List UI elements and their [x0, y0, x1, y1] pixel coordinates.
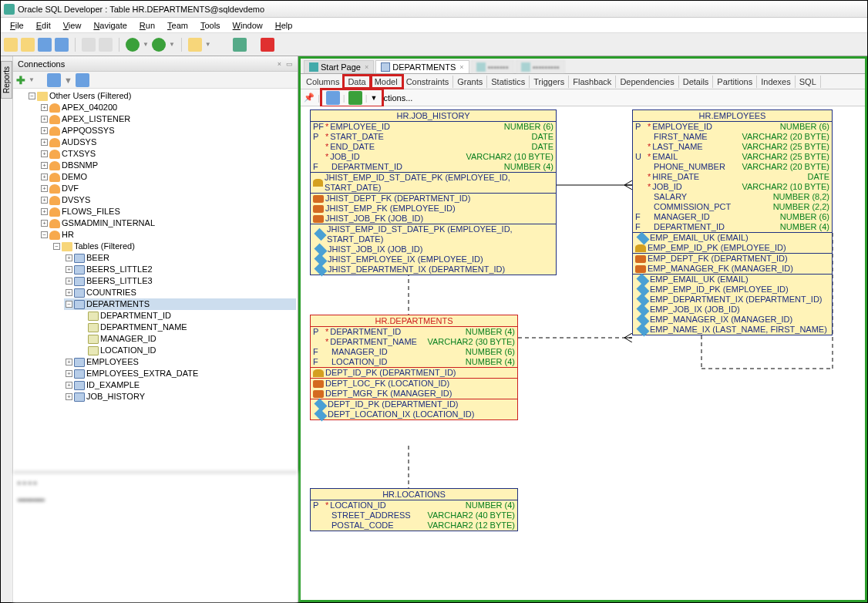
add-connection-icon[interactable]: ✚ [16, 74, 25, 86]
expand-icon[interactable]: + [66, 382, 72, 389]
entity-departments[interactable]: HR.DEPARTMENTSP*DEPARTMENT_IDNUMBER (4)*… [310, 315, 518, 420]
expand-icon[interactable]: + [41, 162, 48, 169]
tree-node[interactable]: FLOWS_FILES [62, 206, 120, 217]
tree-node-departments[interactable]: DEPARTMENTS [86, 298, 150, 310]
collapse-icon[interactable]: − [53, 243, 60, 250]
entity-job-history[interactable]: HR.JOB_HISTORYPF*EMPLOYEE_IDNUMBER (6)P*… [310, 109, 557, 275]
back-dropdown-icon[interactable]: ▼ [143, 41, 149, 48]
expand-icon[interactable]: + [66, 278, 72, 285]
save-all-icon[interactable] [55, 38, 69, 52]
subtab-sql[interactable]: SQL [796, 76, 821, 88]
subtab-dependencies[interactable]: Dependencies [616, 76, 678, 88]
expand-icon[interactable]: + [41, 173, 48, 180]
subtab-statistics[interactable]: Statistics [487, 76, 530, 88]
expand-icon[interactable]: + [41, 220, 48, 227]
redo-icon[interactable] [99, 38, 113, 52]
reports-tab[interactable]: Reports [1, 61, 12, 99]
tree-node[interactable]: AUDSYS [62, 136, 96, 148]
entity-employees[interactable]: HR.EMPLOYEESP*EMPLOYEE_IDNUMBER (6)FIRST… [632, 109, 833, 335]
tree-node[interactable]: MANAGER_ID [100, 333, 156, 345]
menu-navigate[interactable]: Navigate [87, 19, 133, 32]
tab-start-page[interactable]: Start Page× [304, 60, 374, 73]
tree-node[interactable]: DEPARTMENT_NAME [100, 322, 187, 333]
sql-dropdown-icon[interactable]: ▼ [205, 41, 211, 48]
collapse-icon[interactable]: − [29, 93, 35, 99]
tree-node[interactable]: JOB_HISTORY [86, 391, 145, 403]
expand-icon[interactable]: + [66, 359, 72, 366]
tree-node[interactable]: BEERS_LITTLE3 [86, 275, 153, 287]
tree-node[interactable]: EMPLOYEES [86, 356, 139, 368]
tree-node[interactable]: ID_EXAMPLE [86, 379, 140, 391]
tree-node[interactable]: COUNTRIES [86, 287, 136, 298]
expand-icon[interactable]: + [66, 289, 72, 296]
filter-icon[interactable]: ▼ [64, 76, 72, 85]
find-icon[interactable] [233, 38, 247, 52]
tree-node[interactable]: APPQOSSYS [62, 125, 114, 136]
menu-window[interactable]: Window [227, 19, 269, 32]
new-icon[interactable] [4, 38, 18, 52]
subtab-grants[interactable]: Grants [453, 76, 487, 88]
menu-help[interactable]: Help [269, 19, 299, 32]
tree-node[interactable]: LOCATION_ID [100, 345, 156, 356]
subtab-constraints[interactable]: Constraints [402, 76, 454, 88]
close-tab-icon[interactable]: × [365, 63, 368, 71]
menu-team[interactable]: Team [161, 19, 194, 32]
tree-node[interactable]: DEPARTMENT_ID [100, 310, 171, 322]
tree-node[interactable]: DVF [62, 183, 79, 194]
tree-node[interactable]: DVSYS [62, 194, 90, 206]
collapse-icon[interactable]: − [66, 301, 72, 308]
tree-node[interactable]: BEER [86, 252, 109, 264]
sql-icon[interactable] [188, 38, 202, 52]
subtab-triggers[interactable]: Triggers [530, 76, 569, 88]
dropdown-icon[interactable]: ▼ [371, 94, 378, 102]
minimize-icon[interactable]: × [278, 60, 281, 68]
expand-icon[interactable]: + [41, 127, 48, 134]
menu-run[interactable]: Run [133, 19, 161, 32]
pin-icon[interactable]: 📌 [304, 93, 315, 103]
subtab-flashback[interactable]: Flashback [569, 76, 616, 88]
subtab-model[interactable]: Model [371, 76, 402, 88]
tree-node[interactable]: APEX_040200 [62, 102, 117, 113]
subtab-indexes[interactable]: Indexes [757, 76, 796, 88]
expand-icon[interactable]: + [41, 116, 48, 123]
tree-node-hr[interactable]: HR [62, 229, 74, 241]
tree-node[interactable]: Other Users (Filtered) [49, 90, 131, 102]
refresh-model-icon[interactable] [348, 91, 362, 105]
back-icon[interactable] [126, 38, 140, 52]
collapse-icon[interactable]: − [41, 231, 48, 238]
expand-icon[interactable]: + [66, 393, 72, 400]
open-icon[interactable] [21, 38, 35, 52]
expand-icon[interactable]: + [41, 197, 48, 204]
undo-icon[interactable] [82, 38, 96, 52]
subtab-partitions[interactable]: Partitions [713, 76, 757, 88]
er-diagram[interactable]: HR.JOB_HISTORYPF*EMPLOYEE_IDNUMBER (6)P*… [301, 106, 865, 600]
tree-node-tables[interactable]: Tables (Filtered) [74, 241, 135, 252]
expand-icon[interactable]: + [66, 370, 72, 377]
folder-icon[interactable] [76, 73, 89, 87]
forward-icon[interactable] [152, 38, 166, 52]
menu-edit[interactable]: Edit [30, 19, 57, 32]
tree-node[interactable]: GSMADMIN_INTERNAL [62, 217, 155, 229]
save-icon[interactable] [38, 38, 52, 52]
tree-node[interactable]: BEERS_LITTLE2 [86, 264, 153, 275]
expand-icon[interactable]: + [66, 266, 72, 273]
menu-file[interactable]: File [4, 19, 30, 32]
tree-node[interactable]: DBSNMP [62, 160, 98, 171]
stop-icon[interactable] [261, 38, 274, 52]
actions-label[interactable]: ctions... [384, 93, 413, 103]
subtab-columns[interactable]: Columns [302, 76, 344, 88]
expand-icon[interactable]: + [41, 104, 48, 111]
entity-locations[interactable]: HR.LOCATIONSP*LOCATION_IDNUMBER (4)STREE… [310, 488, 518, 531]
tree-node[interactable]: CTXSYS [62, 148, 96, 160]
close-tab-icon[interactable]: × [459, 63, 463, 71]
menu-view[interactable]: View [57, 19, 88, 32]
expand-icon[interactable]: + [66, 254, 72, 261]
zoom-icon[interactable] [326, 91, 340, 105]
tree-node[interactable]: EMPLOYEES_EXTRA_DATE [86, 368, 198, 379]
expand-icon[interactable]: + [41, 139, 48, 146]
tab-departments[interactable]: DEPARTMENTS× [375, 60, 469, 73]
menu-tools[interactable]: Tools [194, 19, 227, 32]
expand-icon[interactable]: + [41, 185, 48, 192]
tree-node[interactable]: APEX_LISTENER [62, 113, 130, 125]
subtab-data[interactable]: Data [344, 76, 370, 88]
